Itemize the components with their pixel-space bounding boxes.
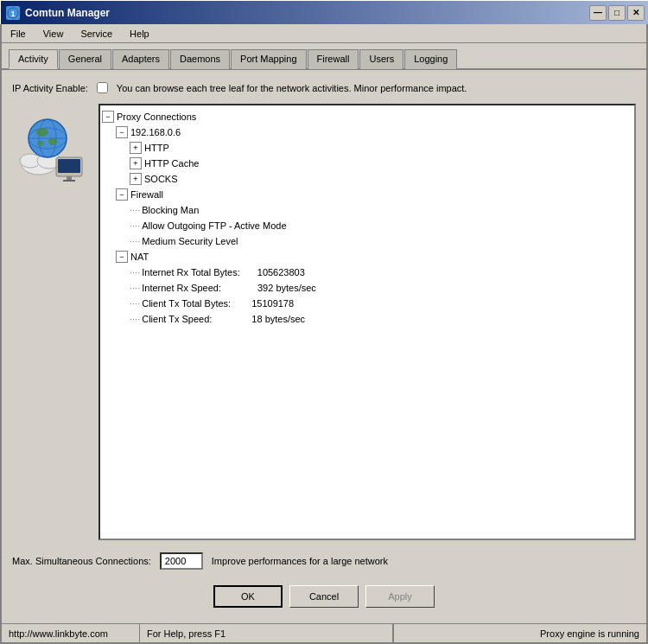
tab-users[interactable]: Users [359, 49, 403, 69]
tree-leaf-ftp: ···· Allow Outgoing FTP - Active Mode [102, 218, 632, 233]
svg-point-14 [48, 138, 57, 145]
bottom-controls: Max. Simultaneous Connections: 2000 Impr… [12, 547, 636, 573]
max-connections-label: Max. Simultaneous Connections: [12, 556, 151, 566]
tree-node-socks: + SOCKS [102, 171, 632, 187]
tree-rx-speed-value: 392 bytes/sec [257, 281, 316, 295]
menu-file[interactable]: File [5, 27, 31, 41]
window-title: Comtun Manager [25, 7, 110, 19]
tree-node-httpcache: + HTTP Cache [102, 156, 632, 171]
globe-icon-area [12, 104, 90, 540]
ip-expand[interactable]: − [116, 126, 128, 138]
tree-panel[interactable]: − Proxy Connections − 192.168.0.6 + HTTP [98, 104, 636, 540]
tree-node-firewall: − Firewall [102, 187, 632, 202]
menu-service[interactable]: Service [75, 27, 118, 41]
activity-main: − Proxy Connections − 192.168.0.6 + HTTP [12, 104, 636, 540]
tab-firewall[interactable]: Firewall [308, 49, 359, 69]
svg-rect-8 [63, 180, 75, 182]
tree-leaf-blocking: ···· Blocking Man [102, 202, 632, 218]
tree-node-nat: − NAT [102, 249, 632, 265]
status-help: For Help, press F1 [140, 624, 393, 642]
tree-node-http: + HTTP [102, 140, 632, 156]
svg-rect-6 [58, 159, 80, 173]
menu-view[interactable]: View [38, 27, 69, 41]
tab-daemons[interactable]: Daemons [170, 49, 230, 69]
maximize-button[interactable]: □ [608, 5, 626, 21]
globe-svg [15, 111, 88, 184]
tree-rx-speed-key: Internet Rx Speed: [142, 281, 221, 295]
cancel-button[interactable]: Cancel [289, 585, 359, 608]
tree-ftp-label: Allow Outgoing FTP - Active Mode [142, 219, 286, 233]
status-url: http://www.linkbyte.com [2, 624, 140, 642]
tree-nat-label: NAT [130, 250, 149, 264]
socks-expand[interactable]: + [130, 173, 142, 185]
tree-tx-bytes-key: Client Tx Total Bytes: [142, 296, 231, 310]
content-area: IP Activity Enable: You can browse each … [2, 70, 646, 623]
svg-point-15 [37, 141, 44, 146]
http-expand[interactable]: + [130, 142, 142, 154]
tree-http-label: HTTP [144, 141, 169, 155]
max-connections-input[interactable]: 2000 [160, 552, 203, 570]
ip-activity-row: IP Activity Enable: You can browse each … [12, 79, 636, 97]
tree-rx-bytes-key: Internet Rx Total Bytes: [142, 265, 240, 279]
tree-root-label: Proxy Connections [117, 110, 196, 124]
tree-node-ip: − 192.168.0.6 [102, 124, 632, 140]
status-engine: Proxy engine is running [393, 624, 646, 642]
svg-rect-7 [67, 176, 72, 180]
tree-leaf-security: ···· Medium Security Level [102, 233, 632, 249]
ok-button[interactable]: OK [213, 585, 283, 608]
tab-port-mapping[interactable]: Port Mapping [231, 49, 306, 69]
minimize-button[interactable]: — [589, 5, 607, 21]
ip-activity-checkbox[interactable] [97, 82, 108, 93]
ip-activity-hint: You can browse each tree leaf for the ne… [117, 83, 636, 93]
tab-logging[interactable]: Logging [404, 49, 457, 69]
ip-activity-label: IP Activity Enable: [12, 83, 88, 93]
httpcache-expand[interactable]: + [130, 157, 142, 169]
tree-root: − Proxy Connections [102, 109, 632, 124]
tree-socks-label: SOCKS [144, 172, 178, 186]
tree-blocking-label: Blocking Man [142, 203, 199, 217]
tree-leaf-tx-speed: ···· Client Tx Speed: 18 bytes/sec [102, 311, 632, 327]
tree-leaf-tx-bytes: ···· Client Tx Total Bytes: 15109178 [102, 296, 632, 311]
tab-activity[interactable]: Activity [9, 49, 58, 69]
menu-bar: File View Service Help [2, 24, 646, 43]
title-bar-left: 1 Comtun Manager [6, 6, 110, 20]
app-icon: 1 [6, 6, 20, 20]
tree-tx-speed-value: 18 bytes/sec [251, 312, 305, 326]
tab-strip: Activity General Adapters Daemons Port M… [2, 43, 646, 70]
title-bar: 1 Comtun Manager — □ ✕ [0, 0, 648, 24]
close-button[interactable]: ✕ [627, 5, 645, 21]
tree-httpcache-label: HTTP Cache [144, 156, 199, 170]
tree-rx-bytes-value: 105623803 [257, 265, 305, 279]
tree-tx-bytes-value: 15109178 [251, 296, 294, 310]
nat-expand[interactable]: − [116, 251, 128, 263]
tree-leaf-rx-speed: ···· Internet Rx Speed: 392 bytes/sec [102, 280, 632, 296]
svg-text:1: 1 [10, 10, 15, 18]
menu-help[interactable]: Help [124, 27, 155, 41]
max-connections-hint: Improve performances for a large network [212, 556, 636, 566]
status-bar: http://www.linkbyte.com For Help, press … [2, 623, 646, 642]
tree-firewall-label: Firewall [130, 188, 163, 201]
tab-general[interactable]: General [59, 49, 111, 69]
tree-tx-speed-key: Client Tx Speed: [142, 312, 212, 326]
tree-security-label: Medium Security Level [142, 234, 238, 248]
title-bar-buttons: — □ ✕ [589, 5, 645, 21]
main-window: File View Service Help Activity General … [0, 24, 648, 644]
dialog-buttons: OK Cancel Apply [12, 580, 636, 615]
tree-leaf-rx-bytes: ···· Internet Rx Total Bytes: 105623803 [102, 265, 632, 280]
svg-point-13 [36, 128, 48, 137]
tab-adapters[interactable]: Adapters [112, 49, 169, 69]
tree-ip-label: 192.168.0.6 [130, 125, 181, 139]
firewall-expand[interactable]: − [116, 188, 128, 201]
root-expand[interactable]: − [102, 111, 114, 123]
apply-button[interactable]: Apply [365, 585, 435, 608]
